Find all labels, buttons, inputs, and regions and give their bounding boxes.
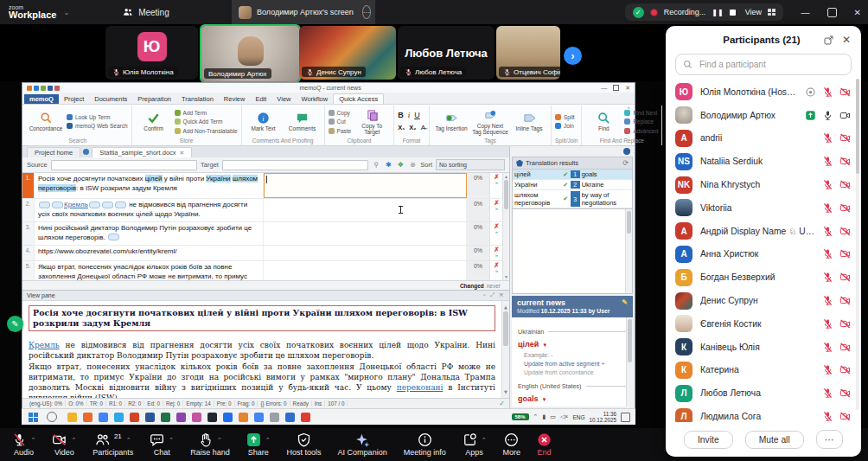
chevron-up-icon[interactable]: ⌃: [265, 437, 271, 444]
document-tab-1[interactable]: Project home: [27, 147, 80, 157]
ribbon-button-comments[interactable]: Comments: [284, 112, 321, 131]
video-tile-2[interactable]: Володимир Артюх: [200, 24, 301, 83]
taskbar-app-icon[interactable]: [130, 413, 139, 422]
chevron-up-icon[interactable]: ⌃: [217, 437, 222, 444]
mute-all-button[interactable]: Mute all: [745, 431, 804, 449]
segment-row-4[interactable]: 4. https://www.obozrevatel.com/ukr/entit…: [22, 246, 503, 261]
toolbar-more-button[interactable]: More: [495, 428, 529, 461]
toolbar-host-tools-button[interactable]: Host tools: [278, 428, 329, 461]
target-filter-input[interactable]: [222, 160, 368, 170]
ribbon-collapse-icon[interactable]: ⌃: [626, 106, 631, 113]
view-pane-controls[interactable]: ▫ ⤢ ✕: [483, 292, 505, 298]
windows-start-button[interactable]: [29, 413, 38, 422]
maximize-button[interactable]: [827, 8, 837, 17]
chevron-up-icon[interactable]: ⌃: [482, 437, 487, 444]
taskbar-app-icon[interactable]: [254, 413, 264, 422]
participant-row-3[interactable]: Aandrii: [666, 127, 861, 150]
segment-row-5[interactable]: 5. Якщо втрат, понесених унаслідок кільк…: [22, 261, 503, 280]
participant-search-input[interactable]: [698, 59, 844, 70]
popout-icon[interactable]: [823, 35, 834, 46]
security-shield-icon[interactable]: ✓: [633, 7, 644, 18]
taskbar-app-icon[interactable]: [207, 413, 217, 422]
segment-target-cell[interactable]: [264, 173, 467, 198]
filter-zoom-icon[interactable]: ⊕: [408, 161, 417, 170]
perekonani-link[interactable]: переконані: [397, 383, 444, 392]
participant-row-5[interactable]: NKNina Khrystych: [666, 173, 861, 196]
ribbon-button-advanced[interactable]: Advanced: [624, 127, 658, 135]
toolbar-video-button[interactable]: ⌃Video: [44, 428, 85, 461]
segment-row-2[interactable]: 2. Кремль не відмовився від прагнення до…: [22, 199, 503, 222]
ribbon-button-add-non-translatable[interactable]: Add Non-Translatable: [175, 127, 238, 135]
translation-result-row[interactable]: шляхом переговорів✔3by way of negotiatio…: [513, 190, 632, 208]
toolbar-raise-hand-button[interactable]: ⌃Raise hand: [182, 428, 239, 461]
tab-shared-screen[interactable]: Володимир Артюх's screen ⋯: [232, 0, 375, 24]
segment-target-cell[interactable]: [264, 222, 467, 245]
term-value[interactable]: goals▼: [518, 394, 627, 403]
participant-row-2[interactable]: Володимир Артюх: [666, 104, 861, 127]
view-pane-scrollbar[interactable]: ▲▼: [501, 301, 509, 398]
ribbon-tab-workflow[interactable]: Workflow: [296, 94, 333, 104]
taskbar-app-icon[interactable]: [239, 413, 248, 422]
toolbar-share-button[interactable]: ⌃Share: [238, 428, 278, 461]
toolbar-audio-button[interactable]: ⌃Audio: [3, 428, 44, 461]
results-scrollbar[interactable]: [625, 209, 632, 293]
toolbar-apps-button[interactable]: ⌃Apps: [454, 428, 495, 461]
translation-result-row[interactable]: цілей✔1goals: [513, 170, 632, 180]
filter-search-icon[interactable]: ⚲: [372, 161, 380, 170]
segment-target-cell[interactable]: [264, 246, 467, 260]
ribbon-tab-translation[interactable]: Translation: [176, 94, 219, 104]
ribbon-button-cut[interactable]: Cut: [329, 118, 352, 125]
ribbon-tab-review[interactable]: Review: [219, 94, 251, 104]
ribbon-tab-memoq[interactable]: memoQ: [24, 94, 59, 104]
sort-dropdown[interactable]: No sorting: [436, 159, 505, 170]
ribbon-button-confirm[interactable]: Confirm: [136, 112, 172, 131]
toolbar-meeting-info-button[interactable]: Meeting info: [395, 428, 454, 461]
taskbar-search-icon[interactable]: [47, 412, 57, 422]
workspace-chevron-icon[interactable]: ⌄: [63, 9, 69, 16]
update-from-active-segment-link[interactable]: Update from active segment +: [524, 360, 627, 368]
ribbon-button-copy[interactable]: Copy: [329, 109, 352, 117]
source-filter-input[interactable]: [51, 160, 197, 170]
video-tile-5[interactable]: Отцевич Софія: [496, 26, 560, 80]
taskbar-app-icon[interactable]: [99, 413, 108, 422]
toolbar-end-button[interactable]: End: [529, 428, 560, 461]
ribbon-tab-preparation[interactable]: Preparation: [132, 94, 176, 104]
kreml-link[interactable]: Кремль: [29, 341, 60, 349]
segment-target-cell[interactable]: [264, 261, 467, 280]
ribbon-tab-quick-access[interactable]: Quick Access: [333, 93, 384, 104]
participant-row-11[interactable]: Євгенія Костик: [666, 312, 861, 336]
ribbon-button-mark-text[interactable]: iMark Text: [246, 112, 282, 131]
memoq-minimize-button[interactable]: —: [601, 85, 607, 91]
taskbar-app-icon[interactable]: [176, 413, 186, 422]
participant-row-13[interactable]: ККатерина: [666, 359, 861, 382]
ribbon-button-concordance[interactable]: Concordance: [28, 112, 64, 131]
pause-recording-button[interactable]: ❚❚: [712, 9, 723, 16]
ribbon-button-memoq-web-search[interactable]: memoQ Web Search: [67, 122, 128, 130]
term-value[interactable]: цілей▼: [518, 340, 627, 349]
segment-target-cell[interactable]: [264, 199, 467, 221]
taskbar-app-icon[interactable]: [223, 413, 233, 422]
segment-row-3[interactable]: 3. Нині російський диктатор Володимир Пу…: [22, 222, 503, 246]
grid-scrollbar[interactable]: ▲▼: [502, 173, 509, 280]
tab-meeting[interactable]: Meeting: [123, 7, 169, 17]
segment-source-cell[interactable]: Росія хоче досягнути початкових цілей у …: [35, 173, 264, 198]
ribbon-tab-project[interactable]: Project: [59, 94, 89, 104]
ribbon-button-replace[interactable]: Replace: [624, 118, 658, 125]
toolbar-ai-companion-button[interactable]: AI Companion: [329, 428, 395, 461]
document-tab-2[interactable]: Stattia_sample_short.docx✕: [92, 147, 192, 157]
ribbon-button-add-term[interactable]: Add Term: [175, 109, 238, 117]
segment-source-cell[interactable]: Якщо втрат, понесених унаслідок кількох …: [35, 261, 264, 280]
participant-search[interactable]: [675, 54, 852, 75]
video-tile-1[interactable]: ЮЮлія Молоткіна: [105, 26, 198, 80]
ribbon-button-quick-add-term[interactable]: Quick Add Term: [175, 118, 238, 125]
taskbar-app-icon[interactable]: [270, 413, 279, 422]
close-tab-icon[interactable]: ✕: [180, 150, 185, 157]
segment-row-1[interactable]: 1. Росія хоче досягнути початкових цілей…: [22, 173, 503, 199]
results-refresh-icon[interactable]: ⟳: [622, 159, 629, 167]
next-participants-button[interactable]: ›: [564, 47, 582, 65]
memoq-quick-access-icons[interactable]: [27, 86, 60, 91]
annotation-pencil-button[interactable]: ✎: [7, 316, 23, 332]
more-options-button[interactable]: ⋯: [816, 430, 843, 449]
taskbar-app-icon[interactable]: [192, 413, 201, 422]
ribbon-button-tag-insertion[interactable]: Tag Insertion: [433, 112, 469, 131]
